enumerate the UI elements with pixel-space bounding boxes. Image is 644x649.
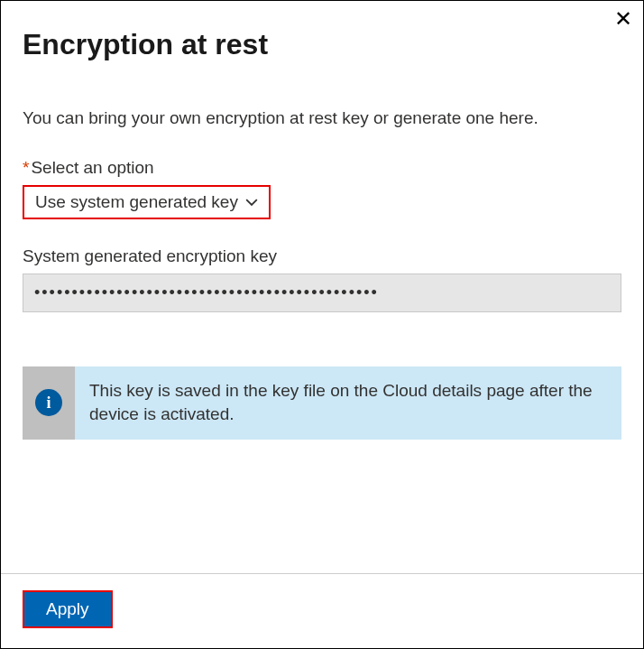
key-field-value: ••••••••••••••••••••••••••••••••••••••••… [23,274,621,312]
option-dropdown[interactable]: Use system generated key [23,185,271,219]
dropdown-selected-text: Use system generated key [35,192,238,212]
apply-button[interactable]: Apply [23,590,113,628]
panel-content: Encryption at rest You can bring your ow… [1,1,643,573]
info-text: This key is saved in the key file on the… [75,366,621,440]
chevron-down-icon [245,196,258,209]
panel-footer: Apply [1,573,643,648]
panel-description: You can bring your own encryption at res… [23,107,621,131]
info-icon-wrap: i [23,366,75,440]
info-icon: i [35,389,62,416]
option-label-text: Select an option [31,158,153,177]
key-field-label: System generated encryption key [23,246,621,266]
info-icon-letter: i [46,394,51,413]
close-button[interactable]: ✕ [614,8,632,30]
required-indicator: * [23,158,29,177]
encryption-panel: ✕ Encryption at rest You can bring your … [0,0,644,649]
close-icon: ✕ [614,6,632,31]
option-label: *Select an option [23,158,621,178]
panel-title: Encryption at rest [23,28,621,61]
info-box: i This key is saved in the key file on t… [23,366,621,440]
